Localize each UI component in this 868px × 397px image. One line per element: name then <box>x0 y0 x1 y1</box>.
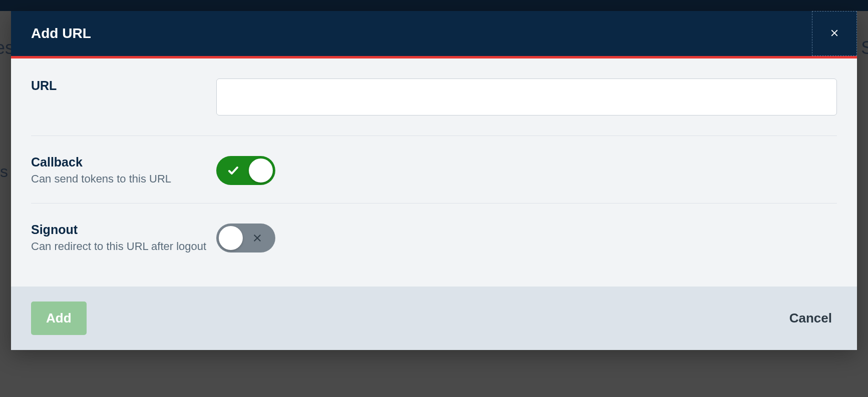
signout-control-col <box>216 224 837 252</box>
callback-row: Callback Can send tokens to this URL <box>31 155 837 204</box>
url-label-col: URL <box>31 78 216 96</box>
modal-header: Add URL <box>11 11 857 56</box>
x-icon <box>251 232 263 244</box>
add-url-modal: Add URL URL Callback Can send tokens to … <box>11 11 857 350</box>
toggle-knob <box>219 226 243 250</box>
url-row: URL <box>31 78 837 136</box>
signout-hint: Can redirect to this URL after logout <box>31 240 216 253</box>
url-control-col <box>216 78 837 116</box>
signout-toggle[interactable] <box>216 224 275 252</box>
check-icon <box>227 164 239 176</box>
close-icon <box>829 28 840 40</box>
url-label: URL <box>31 78 216 93</box>
signout-label-col: Signout Can redirect to this URL after l… <box>31 222 216 253</box>
modal-title: Add URL <box>11 26 91 42</box>
background-header-strip <box>0 0 868 11</box>
signout-row: Signout Can redirect to this URL after l… <box>31 222 837 270</box>
modal-body: URL Callback Can send tokens to this URL <box>11 58 857 286</box>
callback-label-col: Callback Can send tokens to this URL <box>31 155 216 186</box>
signout-label: Signout <box>31 222 216 237</box>
background-text-fragment: s <box>0 162 8 181</box>
callback-label: Callback <box>31 155 216 170</box>
cancel-button[interactable]: Cancel <box>784 302 837 335</box>
background-text-fragment: S <box>861 38 868 58</box>
callback-hint: Can send tokens to this URL <box>31 172 216 186</box>
callback-control-col <box>216 156 837 185</box>
url-input[interactable] <box>216 78 837 116</box>
toggle-knob <box>249 158 273 182</box>
modal-footer: Add Cancel <box>11 286 857 350</box>
callback-toggle[interactable] <box>216 156 275 185</box>
close-button[interactable] <box>812 11 857 56</box>
add-button[interactable]: Add <box>31 302 87 335</box>
